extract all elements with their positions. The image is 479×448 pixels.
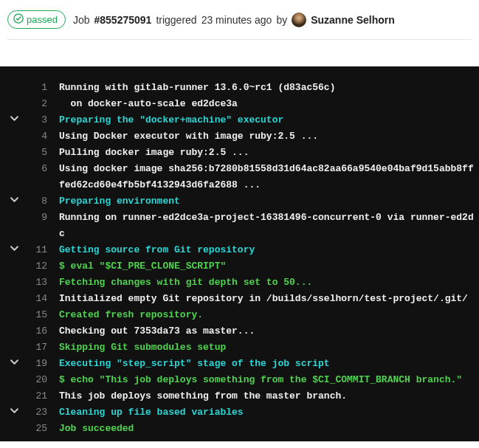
log-line-content: Preparing environment [50, 193, 479, 210]
log-line: 2 on docker-auto-scale ed2dce3a [0, 96, 479, 112]
log-line: 11Getting source from Git repository [0, 242, 479, 258]
triggered-text: triggered [156, 14, 196, 26]
log-line: 3Preparing the "docker+machine" executor [0, 112, 479, 128]
job-log-terminal: 1Running with gitlab-runner 13.6.0~rc1 (… [0, 66, 479, 441]
log-line-content: $ eval "$CI_PRE_CLONE_SCRIPT" [50, 258, 479, 275]
log-line-number[interactable]: 14 [28, 291, 50, 307]
chevron-down-icon[interactable] [10, 196, 18, 207]
log-line: 13Fetching changes with git depth set to… [0, 275, 479, 291]
log-line: 6Using docker image sha256:b7280b81558d3… [0, 161, 479, 193]
chevron-down-icon[interactable] [10, 244, 18, 255]
log-line: 19Executing "step_script" stage of the j… [0, 356, 479, 372]
log-line-content: $ echo "This job deploys something from … [50, 372, 479, 388]
log-line-content: Checking out 7353da73 as master... [50, 323, 479, 340]
log-line-content: Fetching changes with git depth set to 5… [50, 275, 479, 291]
header-gap [0, 40, 479, 66]
job-header: passed Job #855275091 triggered 23 minut… [0, 0, 479, 39]
log-toggle-gutter[interactable] [0, 112, 28, 128]
log-line-content: Running on runner-ed2dce3a-project-16381… [50, 210, 479, 242]
log-line-number[interactable]: 13 [28, 275, 50, 291]
log-line: 1Running with gitlab-runner 13.6.0~rc1 (… [0, 80, 479, 96]
by-text: by [276, 14, 287, 26]
log-line-number[interactable]: 6 [28, 161, 50, 177]
log-line: 4Using Docker executor with image ruby:2… [0, 128, 479, 145]
status-label: passed [27, 14, 58, 25]
log-toggle-gutter[interactable] [0, 242, 28, 258]
log-toggle-gutter[interactable] [0, 193, 28, 210]
log-line: 8Preparing environment [0, 193, 479, 210]
log-line-content: Executing "step_script" stage of the job… [50, 356, 479, 372]
job-meta: Job #855275091 triggered 23 minutes ago … [73, 13, 395, 27]
status-badge[interactable]: passed [7, 10, 66, 29]
log-line: 21This job deploys something from the ma… [0, 388, 479, 404]
chevron-down-icon[interactable] [10, 114, 18, 125]
log-line-number[interactable]: 5 [28, 145, 50, 161]
log-line-content: Getting source from Git repository [50, 242, 479, 258]
log-line-number[interactable]: 15 [28, 307, 50, 323]
log-line: 14Initialized empty Git repository in /b… [0, 291, 479, 307]
log-line-content: Pulling docker image ruby:2.5 ... [50, 145, 479, 161]
log-line: 23Cleaning up file based variables [0, 404, 479, 421]
log-line-number[interactable]: 12 [28, 258, 50, 275]
avatar[interactable] [292, 13, 306, 27]
log-line-number[interactable]: 8 [28, 193, 50, 210]
log-line-content: Running with gitlab-runner 13.6.0~rc1 (d… [50, 80, 479, 96]
log-line-content: Initialized empty Git repository in /bui… [50, 291, 479, 307]
log-line-number[interactable]: 4 [28, 128, 50, 145]
log-toggle-gutter[interactable] [0, 404, 28, 421]
log-line-number[interactable]: 19 [28, 356, 50, 372]
log-line-content: This job deploys something from the mast… [50, 388, 479, 404]
log-line: 15Created fresh repository. [0, 307, 479, 323]
log-line-content: Created fresh repository. [50, 307, 479, 323]
log-line-number[interactable]: 11 [28, 242, 50, 258]
log-line-content: Skipping Git submodules setup [50, 340, 479, 356]
log-line-content: Cleaning up file based variables [50, 404, 479, 421]
check-circle-icon [13, 13, 24, 26]
log-line: 17Skipping Git submodules setup [0, 340, 479, 356]
log-line-number[interactable]: 9 [28, 210, 50, 226]
log-line-number[interactable]: 2 [28, 96, 50, 112]
log-line-number[interactable]: 17 [28, 340, 50, 356]
log-line: 12$ eval "$CI_PRE_CLONE_SCRIPT" [0, 258, 479, 275]
log-line-content: Using Docker executor with image ruby:2.… [50, 128, 479, 145]
log-line-content: Using docker image sha256:b7280b81558d31… [50, 161, 479, 193]
job-prefix: Job [73, 14, 90, 26]
job-id[interactable]: #855275091 [94, 14, 152, 26]
log-line-content: on docker-auto-scale ed2dce3a [50, 96, 479, 112]
log-line-number[interactable]: 25 [28, 421, 50, 437]
log-line: 9Running on runner-ed2dce3a-project-1638… [0, 210, 479, 242]
log-toggle-gutter[interactable] [0, 356, 28, 372]
chevron-down-icon[interactable] [10, 358, 18, 369]
time-ago: 23 minutes ago [201, 14, 272, 26]
chevron-down-icon[interactable] [10, 407, 18, 418]
log-line-number[interactable]: 21 [28, 388, 50, 404]
log-line: 25Job succeeded [0, 421, 479, 437]
log-line: 20$ echo "This job deploys something fro… [0, 372, 479, 388]
log-line-content: Job succeeded [50, 421, 479, 437]
log-line: 5Pulling docker image ruby:2.5 ... [0, 145, 479, 161]
author-name[interactable]: Suzanne Selhorn [311, 14, 395, 26]
log-line: 16Checking out 7353da73 as master... [0, 323, 479, 340]
log-line-number[interactable]: 3 [28, 112, 50, 128]
log-line-number[interactable]: 23 [28, 404, 50, 421]
log-line-number[interactable]: 1 [28, 80, 50, 96]
log-line-content: Preparing the "docker+machine" executor [50, 112, 479, 128]
log-line-number[interactable]: 16 [28, 323, 50, 340]
log-line-number[interactable]: 20 [28, 372, 50, 388]
